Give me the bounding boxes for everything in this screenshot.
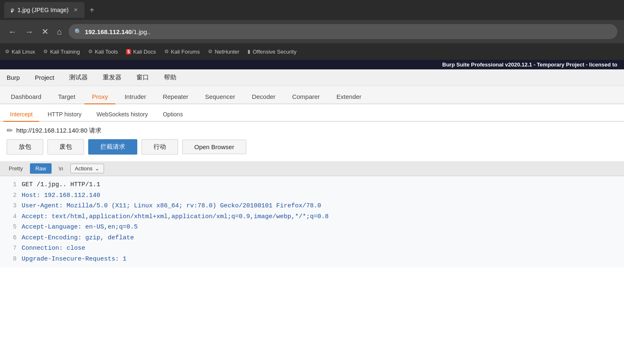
close-button[interactable]: ✕ xyxy=(40,25,50,38)
bookmark-label: Kali Tools xyxy=(95,49,118,55)
bookmark-kali-linux[interactable]: ⚙ Kali Linux xyxy=(5,49,35,55)
intercept-buttons: 放包 废包 拦截请求 行动 Open Browser xyxy=(7,139,617,155)
newline-button[interactable]: \n xyxy=(53,163,69,174)
back-button[interactable]: ← xyxy=(7,25,18,38)
kali-tools-icon: ⚙ xyxy=(88,49,93,54)
address-path: /1.jpg.. xyxy=(132,28,151,35)
line-number: 6 xyxy=(7,233,17,243)
offensive-icon: ▮ xyxy=(248,49,250,54)
request-line: 2Host: 192.168.112.140 xyxy=(7,190,617,201)
bookmark-label: Kali Forums xyxy=(171,49,200,55)
search-icon: 🔍 xyxy=(74,28,82,35)
kali-docs-icon: $ xyxy=(126,49,131,54)
menu-repeater[interactable]: 重发器 xyxy=(99,72,125,83)
tab-comparer[interactable]: Comparer xyxy=(285,90,327,104)
line-number: 5 xyxy=(7,222,17,233)
line-content: Connection: close xyxy=(22,243,85,254)
chevron-down-icon: ⌄ xyxy=(95,165,99,172)
bookmark-nethunter[interactable]: ⚙ NetHunter xyxy=(208,49,239,55)
request-line: 8Upgrade-Insecure-Requests: 1 xyxy=(7,254,617,265)
line-number: 1 xyxy=(7,180,17,190)
bookmark-kali-docs[interactable]: $ Kali Docs xyxy=(126,49,156,55)
request-line: 6Accept-Encoding: gzip, deflate xyxy=(7,233,617,243)
line-content: Accept: text/html,application/xhtml+xml,… xyxy=(22,212,329,222)
bookmark-label: Offensive Security xyxy=(253,49,296,55)
tab-target[interactable]: Target xyxy=(50,90,83,104)
menu-window[interactable]: 窗口 xyxy=(133,72,152,83)
menu-burp[interactable]: Burp xyxy=(3,72,23,83)
line-number: 2 xyxy=(7,190,17,201)
kali-icon: ⚙ xyxy=(5,49,10,54)
drop-button[interactable]: 废包 xyxy=(47,139,84,155)
tab-bullet: • xyxy=(11,8,14,12)
menu-help[interactable]: 帮助 xyxy=(161,72,180,83)
request-toolbar: Pretty Raw \n Actions ⌄ xyxy=(0,161,624,176)
forward-button[interactable]: 放包 xyxy=(7,139,43,155)
intercept-toggle-button[interactable]: 拦截请求 xyxy=(88,139,137,155)
tab-sequencer[interactable]: Sequencer xyxy=(198,90,243,104)
address-host: 192.168.112.140 xyxy=(85,28,132,35)
line-number: 7 xyxy=(7,243,17,254)
bookmark-offensive-security[interactable]: ▮ Offensive Security xyxy=(248,49,296,55)
tab-close-btn[interactable]: ✕ xyxy=(74,7,78,13)
active-tab[interactable]: • 1.jpg (JPEG Image) ✕ xyxy=(4,2,84,18)
intercept-title-row: ✏ http://192.168.112.140:80 请求 xyxy=(7,126,617,135)
intercept-title: http://192.168.112.140:80 请求 xyxy=(16,127,102,135)
subtab-http-history[interactable]: HTTP history xyxy=(41,108,88,122)
request-content: 1GET /1.jpg.. HTTP/1.12Host: 192.168.112… xyxy=(0,176,624,268)
burp-menubar: Burp Project 测试器 重发器 窗口 帮助 xyxy=(0,69,624,86)
address-bar[interactable]: 🔍 192.168.112.140/1.jpg.. xyxy=(69,24,617,39)
action-button[interactable]: 行动 xyxy=(141,139,178,155)
line-number: 4 xyxy=(7,212,17,222)
tab-decoder[interactable]: Decoder xyxy=(244,90,283,104)
request-line: 5Accept-Language: en-US,en;q=0.5 xyxy=(7,222,617,233)
subtab-websockets-history[interactable]: WebSockets history xyxy=(90,108,154,122)
burp-suite-header: Burp Suite Professional v2020.12.1 - Tem… xyxy=(0,60,624,69)
raw-button[interactable]: Raw xyxy=(30,163,52,174)
intercept-area: ✏ http://192.168.112.140:80 请求 放包 废包 拦截请… xyxy=(0,122,624,161)
pencil-icon: ✏ xyxy=(7,126,13,135)
tab-dashboard[interactable]: Dashboard xyxy=(3,90,49,104)
tab-proxy[interactable]: Proxy xyxy=(84,90,115,104)
bookmark-kali-tools[interactable]: ⚙ Kali Tools xyxy=(88,49,118,55)
pretty-button[interactable]: Pretty xyxy=(3,163,28,174)
subtab-intercept[interactable]: Intercept xyxy=(3,108,39,122)
bookmark-kali-forums[interactable]: ⚙ Kali Forums xyxy=(164,49,200,55)
burp-header-text: Burp Suite Professional v2020.12.1 - Tem… xyxy=(442,61,617,68)
browser-navbar: ← → ✕ ⌂ 🔍 192.168.112.140/1.jpg.. xyxy=(0,20,624,43)
line-content: Accept-Language: en-US,en;q=0.5 xyxy=(22,222,138,233)
request-line: 3User-Agent: Mozilla/5.0 (X11; Linux x86… xyxy=(7,201,617,212)
kali-forums-icon: ⚙ xyxy=(164,49,169,54)
nethunter-icon: ⚙ xyxy=(208,49,213,54)
home-button[interactable]: ⌂ xyxy=(55,25,64,38)
line-content: Host: 192.168.112.140 xyxy=(22,190,100,201)
line-content: Accept-Encoding: gzip, deflate xyxy=(22,233,134,243)
request-line: 4Accept: text/html,application/xhtml+xml… xyxy=(7,212,617,222)
kali-training-icon: ⚙ xyxy=(43,49,48,54)
forward-button[interactable]: → xyxy=(23,25,35,38)
menu-tester[interactable]: 测试器 xyxy=(66,72,91,83)
line-content: User-Agent: Mozilla/5.0 (X11; Linux x86_… xyxy=(22,201,321,212)
bookmark-label: Kali Training xyxy=(50,49,80,55)
bookmark-label: Kali Docs xyxy=(133,49,156,55)
tab-intruder[interactable]: Intruder xyxy=(117,90,154,104)
new-tab-button[interactable]: + xyxy=(84,5,99,15)
bookmark-kali-training[interactable]: ⚙ Kali Training xyxy=(43,49,80,55)
line-content: Upgrade-Insecure-Requests: 1 xyxy=(22,254,126,265)
address-url: 192.168.112.140/1.jpg.. xyxy=(85,28,151,35)
request-line: 7Connection: close xyxy=(7,243,617,254)
actions-label: Actions xyxy=(75,165,93,172)
tab-bar: • 1.jpg (JPEG Image) ✕ + xyxy=(4,0,99,20)
tab-extender[interactable]: Extender xyxy=(329,90,369,104)
line-number: 3 xyxy=(7,201,17,212)
burp-main-tabs: Dashboard Target Proxy Intruder Repeater… xyxy=(0,86,624,104)
subtab-options[interactable]: Options xyxy=(156,108,189,122)
bookmarks-bar: ⚙ Kali Linux ⚙ Kali Training ⚙ Kali Tool… xyxy=(0,43,624,60)
bookmark-label: Kali Linux xyxy=(12,49,35,55)
actions-dropdown[interactable]: Actions ⌄ xyxy=(70,164,104,173)
browser-titlebar: • 1.jpg (JPEG Image) ✕ + xyxy=(0,0,624,20)
tab-repeater[interactable]: Repeater xyxy=(155,90,196,104)
menu-project[interactable]: Project xyxy=(32,72,58,83)
open-browser-button[interactable]: Open Browser xyxy=(182,140,246,154)
line-number: 8 xyxy=(7,254,17,265)
